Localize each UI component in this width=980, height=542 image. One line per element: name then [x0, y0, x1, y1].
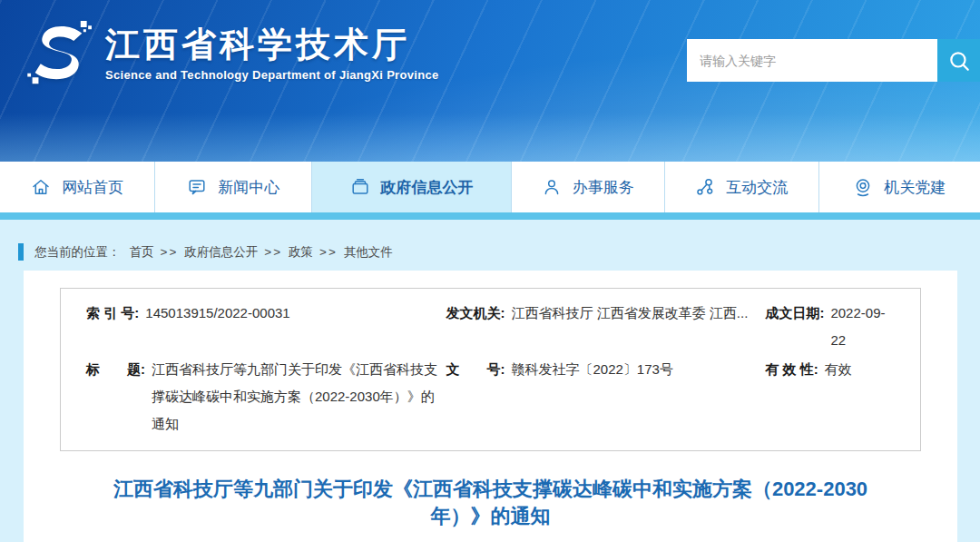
- breadcrumb-other-files[interactable]: 其他文件: [344, 244, 393, 261]
- doc-index-cell: 索 引 号: 145013915/2022-00031: [86, 300, 446, 327]
- doc-index-value: 145013915/2022-00031: [145, 300, 289, 327]
- page-body: 您当前的位置： 首页 >> 政府信息公开 >> 政策 >> 其他文件 索 引 号…: [0, 220, 980, 542]
- doc-number-label: 文 号:: [446, 356, 505, 383]
- doc-number-cell: 文 号: 赣科发社字〔2022〕173号: [446, 356, 765, 383]
- site-subtitle: Science and Technology Department of Jia…: [105, 68, 438, 82]
- nav-item-gov-info[interactable]: 政府信息公开: [312, 162, 512, 212]
- doc-info-box: 索 引 号: 145013915/2022-00031 发文机关: 江西省科技厅…: [60, 288, 921, 451]
- doc-issuer-cell: 发文机关: 江西省科技厅 江西省发展改革委 江西...: [446, 300, 765, 327]
- article-title: 江西省科技厅等九部门关于印发《江西省科技支撑碳达峰碳中和实施方案（2022-20…: [85, 476, 896, 530]
- breadcrumb-separator: >>: [161, 245, 179, 259]
- breadcrumb-accent-bar: [18, 243, 24, 261]
- nav-label: 政府信息公开: [381, 177, 474, 198]
- search-icon: [947, 49, 971, 73]
- folder-icon: [350, 177, 370, 197]
- breadcrumb-separator: >>: [319, 245, 338, 259]
- share-icon: [695, 177, 715, 197]
- main-nav: 网站首页 新闻中心 政府信息公开 办事服务: [0, 162, 980, 212]
- doc-index-label: 索 引 号:: [86, 300, 139, 327]
- doc-date-value: 2022-09-22: [830, 300, 895, 354]
- nav-item-services[interactable]: 办事服务: [512, 162, 665, 212]
- breadcrumb-prefix: 您当前的位置：: [34, 244, 121, 261]
- nav-label: 办事服务: [573, 177, 634, 198]
- camera-icon: [853, 177, 873, 197]
- doc-issuer-value: 江西省科技厅 江西省发展改革委 江西...: [511, 300, 748, 327]
- breadcrumb-separator: >>: [264, 245, 282, 259]
- site-title-block: 江西省科学技术厅 Science and Technology Departme…: [105, 24, 438, 82]
- nav-item-home[interactable]: 网站首页: [0, 162, 155, 212]
- breadcrumb-policy[interactable]: 政策: [289, 244, 313, 261]
- site-logo-icon: [25, 18, 94, 87]
- nav-label: 网站首页: [62, 177, 123, 198]
- doc-title-cell: 标 题: 江西省科技厅等九部门关于印发《江西省科技支撑碳达峰碳中和实施方案（20…: [86, 356, 446, 438]
- doc-date-cell: 成文日期: 2022-09-22: [765, 300, 895, 354]
- user-icon: [542, 177, 562, 197]
- site-title: 江西省科学技术厅: [105, 24, 438, 65]
- search-button[interactable]: [937, 39, 980, 82]
- doc-validity-value: 有效: [825, 356, 852, 383]
- content-panel: 索 引 号: 145013915/2022-00031 发文机关: 江西省科技厅…: [24, 271, 957, 542]
- nav-bottom-strip: [0, 212, 980, 220]
- site-logo-area[interactable]: 江西省科学技术厅 Science and Technology Departme…: [25, 18, 438, 87]
- nav-label: 新闻中心: [218, 177, 279, 198]
- site-root: 江西省科学技术厅 Science and Technology Departme…: [0, 0, 980, 542]
- doc-issuer-label: 发文机关:: [446, 300, 505, 327]
- breadcrumb-home[interactable]: 首页: [130, 244, 154, 261]
- breadcrumb: 您当前的位置： 首页 >> 政府信息公开 >> 政策 >> 其他文件: [0, 220, 980, 271]
- nav-label: 机关党建: [884, 177, 946, 198]
- search-bar: [687, 39, 980, 82]
- doc-validity-cell: 有 效 性: 有效: [765, 356, 895, 383]
- search-input[interactable]: [687, 39, 937, 82]
- doc-title-label: 标 题:: [86, 356, 145, 383]
- nav-item-party[interactable]: 机关党建: [819, 162, 980, 212]
- doc-title-value: 江西省科技厅等九部门关于印发《江西省科技支撑碳达峰碳中和实施方案（2022-20…: [152, 356, 446, 438]
- doc-number-value: 赣科发社字〔2022〕173号: [511, 356, 672, 383]
- home-icon: [31, 177, 51, 197]
- site-header: 江西省科学技术厅 Science and Technology Departme…: [0, 0, 980, 162]
- nav-item-interaction[interactable]: 互动交流: [665, 162, 819, 212]
- news-icon: [187, 177, 207, 197]
- doc-validity-label: 有 效 性:: [765, 356, 818, 383]
- breadcrumb-gov-info[interactable]: 政府信息公开: [184, 244, 258, 261]
- doc-date-label: 成文日期:: [765, 300, 824, 327]
- nav-item-news[interactable]: 新闻中心: [155, 162, 312, 212]
- nav-label: 互动交流: [726, 177, 788, 198]
